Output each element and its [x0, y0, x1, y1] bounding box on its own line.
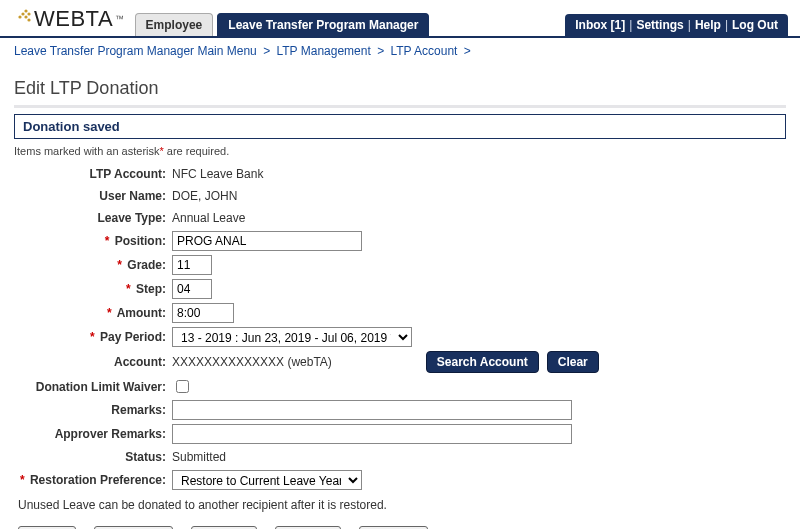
nav-separator: |	[688, 18, 691, 32]
svg-point-1	[27, 12, 30, 15]
label-position: * Position:	[14, 234, 172, 248]
row-user-name: User Name: DOE, JOHN	[14, 185, 786, 207]
header-bar: WEBTA ™ Employee Leave Transfer Program …	[0, 0, 800, 38]
label-remarks: Remarks:	[14, 403, 172, 417]
row-restoration-preference: * Restoration Preference: Restore to Cur…	[14, 468, 786, 492]
row-amount: * Amount:	[14, 301, 786, 325]
restoration-hint: Unused Leave can be donated to another r…	[18, 498, 786, 512]
value-user-name: DOE, JOHN	[172, 189, 237, 203]
svg-point-3	[18, 15, 21, 18]
step-input[interactable]	[172, 279, 212, 299]
logo: WEBTA ™	[12, 6, 125, 36]
row-account: Account: XXXXXXXXXXXXXX (webTA) Search A…	[14, 349, 786, 375]
label-user-name: User Name:	[14, 189, 172, 203]
breadcrumb: Leave Transfer Program Manager Main Menu…	[0, 38, 800, 64]
value-account: XXXXXXXXXXXXXX (webTA)	[172, 355, 332, 369]
breadcrumb-separator: >	[464, 44, 471, 58]
svg-point-0	[24, 9, 27, 12]
value-ltp-account: NFC Leave Bank	[172, 167, 263, 181]
donation-limit-waiver-checkbox[interactable]	[176, 380, 189, 393]
row-ltp-account: LTP Account: NFC Leave Bank	[14, 163, 786, 185]
required-note-suffix: are required.	[164, 145, 229, 157]
tab-employee[interactable]: Employee	[135, 13, 214, 36]
breadcrumb-item[interactable]: LTP Account	[390, 44, 457, 58]
header-left: WEBTA ™ Employee Leave Transfer Program …	[12, 6, 429, 36]
breadcrumb-item[interactable]: LTP Management	[277, 44, 371, 58]
label-leave-type: Leave Type:	[14, 211, 172, 225]
label-grade: * Grade:	[14, 258, 172, 272]
row-donation-limit-waiver: Donation Limit Waiver:	[14, 375, 786, 398]
logo-dots-icon	[12, 8, 32, 30]
tab-strip: Employee Leave Transfer Program Manager	[135, 13, 430, 36]
clear-account-button[interactable]: Clear	[547, 351, 599, 373]
breadcrumb-separator: >	[377, 44, 384, 58]
nav-separator: |	[725, 18, 728, 32]
svg-point-5	[27, 18, 30, 21]
breadcrumb-item[interactable]: Leave Transfer Program Manager Main Menu	[14, 44, 257, 58]
label-approver-remarks: Approver Remarks:	[14, 427, 172, 441]
label-ltp-account: LTP Account:	[14, 167, 172, 181]
value-status: Submitted	[172, 450, 226, 464]
label-account: Account:	[14, 355, 172, 369]
search-account-button[interactable]: Search Account	[426, 351, 539, 373]
page-title: Edit LTP Donation	[14, 78, 786, 99]
row-grade: * Grade:	[14, 253, 786, 277]
nav-logout[interactable]: Log Out	[732, 18, 778, 32]
value-leave-type: Annual Leave	[172, 211, 245, 225]
approver-remarks-input[interactable]	[172, 424, 572, 444]
logo-tm: ™	[115, 14, 125, 24]
label-step: * Step:	[14, 282, 172, 296]
row-step: * Step:	[14, 277, 786, 301]
row-remarks: Remarks:	[14, 398, 786, 422]
logo-text: WEBTA	[34, 6, 113, 32]
required-fields-note: Items marked with an asterisk* are requi…	[14, 145, 786, 157]
label-pay-period: * Pay Period:	[14, 330, 172, 344]
row-pay-period: * Pay Period: 13 - 2019 : Jun 23, 2019 -…	[14, 325, 786, 349]
svg-point-2	[21, 12, 24, 15]
tab-leave-transfer-program-manager[interactable]: Leave Transfer Program Manager	[217, 13, 429, 36]
nav-help[interactable]: Help	[695, 18, 721, 32]
row-approver-remarks: Approver Remarks:	[14, 422, 786, 446]
label-amount: * Amount:	[14, 306, 172, 320]
title-rule	[14, 105, 786, 108]
row-position: * Position:	[14, 229, 786, 253]
label-status: Status:	[14, 450, 172, 464]
status-message: Donation saved	[14, 114, 786, 139]
nav-inbox[interactable]: Inbox [1]	[575, 18, 625, 32]
restoration-preference-select[interactable]: Restore to Current Leave Year	[172, 470, 362, 490]
svg-point-4	[24, 15, 27, 18]
breadcrumb-separator: >	[263, 44, 270, 58]
row-leave-type: Leave Type: Annual Leave	[14, 207, 786, 229]
pay-period-select[interactable]: 13 - 2019 : Jun 23, 2019 - Jul 06, 2019 …	[172, 327, 412, 347]
header-utility-nav: Inbox [1] | Settings | Help | Log Out	[565, 14, 788, 36]
nav-separator: |	[629, 18, 632, 32]
amount-input[interactable]	[172, 303, 234, 323]
remarks-input[interactable]	[172, 400, 572, 420]
label-donation-limit-waiver: Donation Limit Waiver:	[14, 380, 172, 394]
row-status: Status: Submitted	[14, 446, 786, 468]
label-restoration-preference: * Restoration Preference:	[14, 473, 172, 487]
required-note-prefix: Items marked with an asterisk	[14, 145, 160, 157]
position-input[interactable]	[172, 231, 362, 251]
page-content: Edit LTP Donation Donation saved Items m…	[0, 64, 800, 529]
grade-input[interactable]	[172, 255, 212, 275]
nav-settings[interactable]: Settings	[636, 18, 683, 32]
